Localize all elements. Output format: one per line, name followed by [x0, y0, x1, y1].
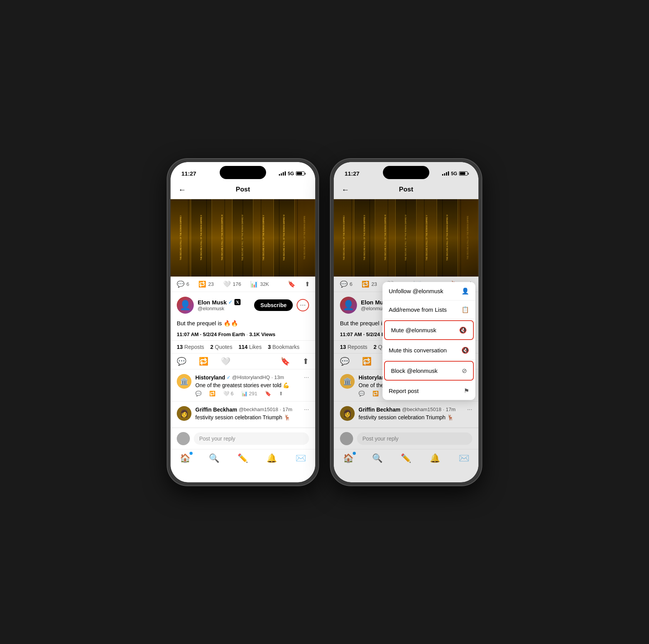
network-label-left: 5G: [288, 171, 294, 176]
nav-notifications-left[interactable]: 🔔: [266, 453, 277, 463]
reaction-like-left[interactable]: 🤍: [221, 357, 231, 366]
comment-handle-left: @HistorylandHQ: [232, 374, 270, 380]
report-icon: ⚑: [464, 387, 469, 395]
menu-item-mute-conversation[interactable]: Mute this conversation 🔇: [383, 341, 475, 360]
nav-messages-left[interactable]: ✉️: [295, 453, 306, 463]
comment-historyland-left: 🏛️ Historyland ✓ @HistorylandHQ · 13m ··…: [171, 369, 315, 401]
post-stats-left: 13 Reposts 2 Quotes 114 Likes 3 Bookmark…: [171, 340, 315, 354]
action-row-left: 💬 6 🔁 23 🤍 176 📊 32K 🔖 ⬆: [171, 277, 315, 292]
user-info-left: Elon Musk ✓ 𝕏 @elonmusk: [198, 299, 250, 311]
nav-compose-left[interactable]: ✏️: [237, 453, 248, 463]
mute-user-icon: 🔇: [459, 326, 467, 334]
comment-name-left: Historyland: [195, 374, 225, 381]
comment-avatar-griffin-left[interactable]: 👩: [177, 406, 191, 421]
comment-more-left[interactable]: ···: [304, 374, 309, 381]
dynamic-island-left: [220, 166, 266, 179]
list-icon: 📋: [461, 306, 469, 313]
comment-time-left: · 13m: [272, 374, 284, 380]
reaction-bookmark-left[interactable]: 🔖: [280, 357, 290, 366]
phone-left: 11:27 5G ← Post THE DECLINE &: [167, 159, 318, 485]
menu-label-report: Report post: [389, 388, 419, 394]
share-icon-left: ⬆: [305, 280, 310, 288]
user-handle-left: @elonmusk: [198, 306, 250, 311]
like-action-left[interactable]: 🤍 176: [223, 280, 241, 288]
back-button-left[interactable]: ←: [177, 184, 188, 196]
comment-avatar-historyland-left[interactable]: 🏛️: [177, 374, 191, 389]
menu-label-add-remove-lists: Add/remove from Lists: [389, 306, 447, 313]
menu-label-block: Block @elonmusk: [391, 367, 437, 374]
avatar-left[interactable]: 👤: [177, 297, 194, 314]
reply-input-left[interactable]: Post your reply: [194, 432, 309, 445]
nav-home-left[interactable]: 🏠: [180, 453, 190, 463]
bottom-nav-left: 🏠 🔍 ✏️ 🔔 ✉️: [171, 449, 315, 471]
nav-search-left[interactable]: 🔍: [209, 453, 219, 463]
status-time-left: 11:27: [181, 170, 196, 177]
nav-header-left: ← Post: [171, 181, 315, 199]
repost-icon-left: 🔁: [198, 280, 206, 288]
comment-repost-left[interactable]: 🔁: [209, 391, 215, 396]
comment-text-left: One of the greatest stories ever told 💪: [195, 382, 309, 388]
views-icon-left: 📊: [250, 280, 258, 288]
reaction-reply-left[interactable]: 💬: [177, 357, 186, 366]
bookmark-action-left[interactable]: 🔖: [288, 280, 295, 288]
reply-row-left: Post your reply: [171, 428, 315, 449]
griffin-more-left[interactable]: ···: [304, 406, 309, 413]
like-icon-left: 🤍: [223, 280, 231, 288]
phone-right: 11:27 5G ← Post THE DECLINE &: [331, 159, 482, 485]
block-icon: ⊘: [462, 367, 467, 374]
reaction-share-left[interactable]: ⬆: [302, 357, 309, 366]
views-action-left[interactable]: 📊 32K: [250, 280, 269, 288]
share-action-left[interactable]: ⬆: [305, 280, 310, 288]
repost-action-left[interactable]: 🔁 23: [198, 280, 213, 288]
unfollow-icon: 👤: [461, 287, 469, 295]
reply-avatar-left: [177, 432, 190, 445]
signal-left: [279, 171, 286, 176]
screen-right: 11:27 5G ← Post THE DECLINE &: [334, 162, 478, 482]
reply-action-left[interactable]: 💬 6: [177, 280, 189, 288]
post-text-left: But the prequel is 🔥🔥: [171, 318, 315, 330]
user-row-left: 👤 Elon Musk ✓ 𝕏 @elonmusk Subscribe ···: [171, 292, 315, 318]
menu-label-unfollow: Unfollow @elonmusk: [389, 288, 443, 294]
menu-item-unfollow[interactable]: Unfollow @elonmusk 👤: [383, 282, 475, 301]
mute-conversation-icon: 🔇: [461, 347, 469, 354]
status-icons-left: 5G: [279, 171, 304, 176]
page-title-left: Post: [188, 186, 298, 193]
comment-like-left[interactable]: 🤍 6: [223, 391, 234, 396]
home-badge-left: [190, 452, 193, 455]
comment-griffin-left: 👩 Griffin Beckham @beckham15018 · 17m ··…: [171, 401, 315, 428]
context-menu: Unfollow @elonmusk 👤 Add/remove from Lis…: [383, 282, 475, 400]
reactions-row-left: 💬 🔁 🤍 🔖 ⬆: [171, 354, 315, 369]
griffin-handle-left: @beckham15018: [239, 407, 278, 412]
comment-bookmark-left[interactable]: 🔖: [265, 391, 271, 396]
griffin-name-left: Griffin Beckham: [195, 407, 237, 413]
menu-item-add-remove-lists[interactable]: Add/remove from Lists 📋: [383, 301, 475, 319]
verified-icon-left: ✓: [228, 299, 233, 305]
historyland-verified-left: ✓: [227, 375, 231, 380]
reaction-repost-left[interactable]: 🔁: [199, 357, 208, 366]
battery-left: [296, 171, 304, 176]
user-name-left: Elon Musk: [198, 299, 227, 306]
menu-item-block[interactable]: Block @elonmusk ⊘: [384, 361, 474, 381]
screen-left: 11:27 5G ← Post THE DECLINE &: [171, 162, 315, 482]
x-badge-left: 𝕏: [234, 299, 241, 305]
reply-icon-left: 💬: [177, 280, 184, 288]
menu-item-mute-user[interactable]: Mute @elonmusk 🔇: [384, 320, 474, 340]
menu-label-mute-user: Mute @elonmusk: [391, 327, 436, 333]
post-meta-left: 11:07 AM · 5/2/24 From Earth · 3.1K View…: [171, 330, 315, 340]
subscribe-button-left[interactable]: Subscribe: [254, 299, 293, 311]
bookmark-icon-left: 🔖: [288, 280, 295, 288]
comment-reply-left[interactable]: 💬: [195, 391, 202, 396]
comment-views-left[interactable]: 📊 291: [241, 391, 257, 396]
book-image-left: THE DECLINE & FALL OF THE ROMAN EMPIRE I…: [171, 199, 315, 277]
griffin-text-left: festivity session celebration Triumph 🦌: [195, 414, 309, 420]
griffin-time-left: · 17m: [280, 407, 292, 412]
menu-item-report[interactable]: Report post ⚑: [383, 382, 475, 400]
more-button-left[interactable]: ···: [297, 299, 309, 311]
menu-label-mute-conversation: Mute this conversation: [389, 347, 447, 354]
comment-share-left[interactable]: ⬆: [279, 391, 283, 396]
